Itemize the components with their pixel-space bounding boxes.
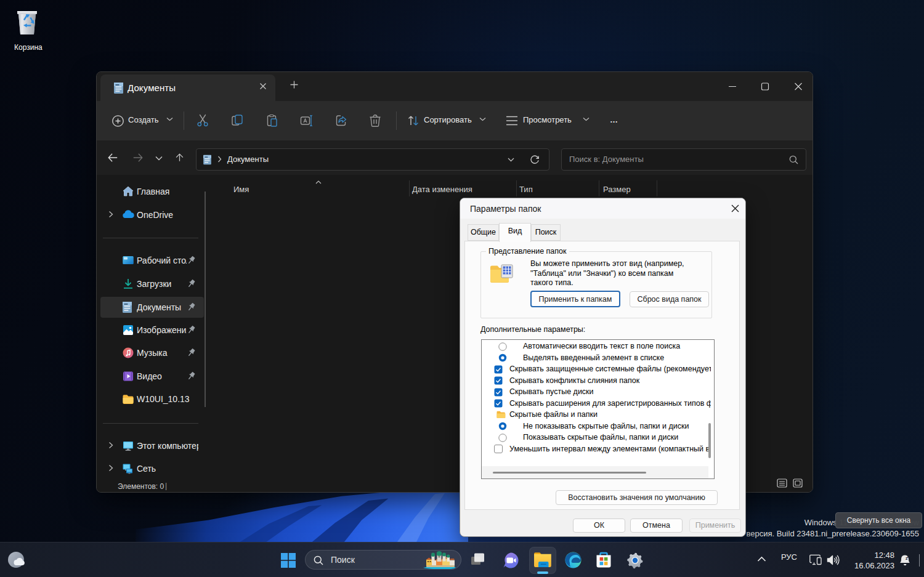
svg-text:z: z [907,555,909,559]
